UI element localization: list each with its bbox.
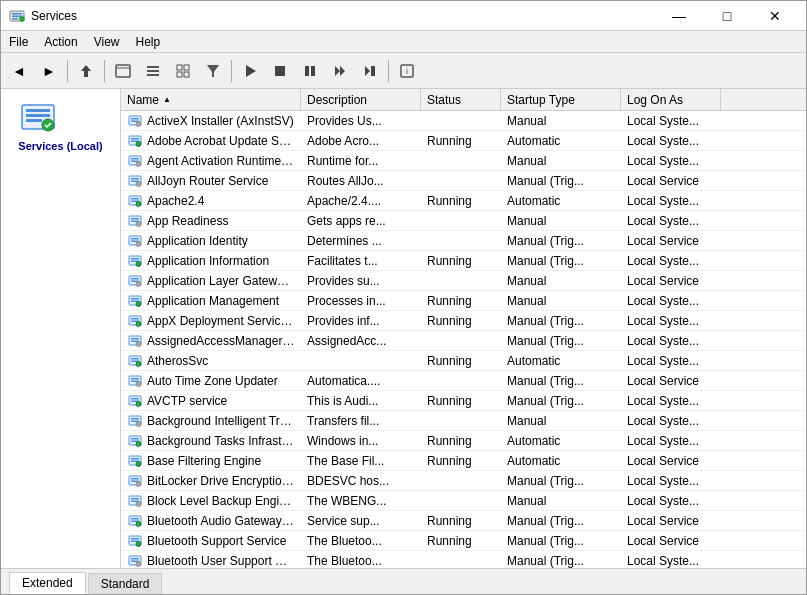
cell-startup: Automatic	[501, 451, 621, 470]
svg-rect-16	[305, 66, 309, 76]
svg-rect-106	[131, 498, 139, 500]
table-row[interactable]: Application Management Processes in... R…	[121, 291, 806, 311]
cell-status: Running	[421, 191, 501, 210]
cell-startup: Manual (Trig...	[501, 371, 621, 390]
menu-action[interactable]: Action	[36, 31, 85, 52]
cell-status: Running	[421, 251, 501, 270]
tab-extended[interactable]: Extended	[9, 572, 86, 594]
service-name: Bluetooth User Support Ser...	[147, 554, 295, 568]
cell-name: Application Identity	[121, 231, 301, 250]
table-row[interactable]: Block Level Backup Engine ... The WBENG.…	[121, 491, 806, 511]
cell-logon: Local Syste...	[621, 331, 721, 350]
cell-name: AppX Deployment Service (...	[121, 311, 301, 330]
cell-startup: Automatic	[501, 191, 621, 210]
cell-logon: Local Service	[621, 171, 721, 190]
table-row[interactable]: Application Layer Gateway ... Provides s…	[121, 271, 806, 291]
cell-startup: Manual	[501, 111, 621, 130]
col-header-name[interactable]: Name ▲	[121, 89, 301, 110]
forward-button[interactable]: ►	[35, 57, 63, 85]
cell-name: AllJoyn Router Service	[121, 171, 301, 190]
cell-name: Bluetooth Audio Gateway S...	[121, 511, 301, 530]
menu-file[interactable]: File	[1, 31, 36, 52]
svg-rect-66	[131, 298, 139, 300]
service-name: AllJoyn Router Service	[147, 174, 268, 188]
sidebar-services-local[interactable]: Services (Local)	[18, 97, 102, 152]
toolbar-separator-4	[388, 60, 389, 82]
table-row[interactable]: Background Tasks Infrastruc... Windows i…	[121, 431, 806, 451]
svg-rect-94	[131, 438, 139, 440]
service-icon	[127, 433, 143, 449]
table-row[interactable]: AppX Deployment Service (... Provides in…	[121, 311, 806, 331]
table-row[interactable]: ActiveX Installer (AxInstSV) Provides Us…	[121, 111, 806, 131]
cell-logon: Local Syste...	[621, 131, 721, 150]
table-row[interactable]: Bluetooth Support Service The Bluetoo...…	[121, 531, 806, 551]
minimize-button[interactable]: —	[656, 1, 702, 31]
service-name: Application Layer Gateway ...	[147, 274, 295, 288]
close-button[interactable]: ✕	[752, 1, 798, 31]
cell-description: Gets apps re...	[301, 211, 421, 230]
svg-point-100	[136, 461, 141, 466]
list-view-button[interactable]	[139, 57, 167, 85]
tab-standard[interactable]: Standard	[88, 573, 163, 594]
restart-button[interactable]	[356, 57, 384, 85]
table-row[interactable]: Background Intelligent Tran... Transfers…	[121, 411, 806, 431]
table-row[interactable]: Bluetooth User Support Ser... The Blueto…	[121, 551, 806, 568]
stop-button[interactable]	[266, 57, 294, 85]
cell-description: Routes AllJo...	[301, 171, 421, 190]
col-header-description[interactable]: Description	[301, 89, 421, 110]
svg-rect-7	[147, 70, 159, 72]
cell-description: Provides Us...	[301, 111, 421, 130]
table-row[interactable]: BitLocker Drive Encryption ... BDESVC ho…	[121, 471, 806, 491]
up-button[interactable]	[72, 57, 100, 85]
table-row[interactable]: Adobe Acrobat Update Serv... Adobe Acro.…	[121, 131, 806, 151]
service-icon	[127, 233, 143, 249]
pause-button[interactable]	[296, 57, 324, 85]
cell-status	[421, 491, 501, 510]
svg-rect-90	[131, 418, 139, 420]
cell-logon: Local Service	[621, 371, 721, 390]
service-icon	[127, 493, 143, 509]
svg-rect-114	[131, 538, 139, 540]
table-row[interactable]: AtherosSvc Running Automatic Local Syste…	[121, 351, 806, 371]
svg-point-116	[136, 541, 141, 546]
cell-description: The Base Fil...	[301, 451, 421, 470]
col-header-logon[interactable]: Log On As	[621, 89, 721, 110]
menu-view[interactable]: View	[86, 31, 128, 52]
cell-status	[421, 211, 501, 230]
show-hide-console[interactable]	[109, 57, 137, 85]
play-button[interactable]	[236, 57, 264, 85]
table-row[interactable]: AssignedAccessManager Se... AssignedAcc.…	[121, 331, 806, 351]
resume-button[interactable]	[326, 57, 354, 85]
table-row[interactable]: AllJoyn Router Service Routes AllJo... M…	[121, 171, 806, 191]
table-row[interactable]: Apache2.4 Apache/2.4.... Running Automat…	[121, 191, 806, 211]
col-header-status[interactable]: Status	[421, 89, 501, 110]
cell-logon: Local Syste...	[621, 351, 721, 370]
cell-status	[421, 151, 501, 170]
table-row[interactable]: App Readiness Gets apps re... Manual Loc…	[121, 211, 806, 231]
service-icon	[127, 553, 143, 569]
service-icon	[127, 513, 143, 529]
table-row[interactable]: Agent Activation Runtime_... Runtime for…	[121, 151, 806, 171]
cell-status: Running	[421, 451, 501, 470]
table-body[interactable]: ActiveX Installer (AxInstSV) Provides Us…	[121, 111, 806, 568]
filter-button[interactable]	[199, 57, 227, 85]
table-row[interactable]: AVCTP service This is Audi... Running Ma…	[121, 391, 806, 411]
menu-help[interactable]: Help	[128, 31, 169, 52]
table-row[interactable]: Auto Time Zone Updater Automatica.... Ma…	[121, 371, 806, 391]
back-button[interactable]: ◄	[5, 57, 33, 85]
svg-point-52	[136, 221, 141, 226]
table-row[interactable]: Application Information Facilitates t...…	[121, 251, 806, 271]
table-row[interactable]: Application Identity Determines ... Manu…	[121, 231, 806, 251]
svg-point-104	[136, 481, 141, 486]
sidebar-title[interactable]: Services (Local)	[18, 140, 102, 152]
svg-rect-17	[311, 66, 315, 76]
detail-view-button[interactable]	[169, 57, 197, 85]
svg-rect-42	[131, 178, 139, 180]
cell-description	[301, 351, 421, 370]
table-row[interactable]: Bluetooth Audio Gateway S... Service sup…	[121, 511, 806, 531]
col-header-startup[interactable]: Startup Type	[501, 89, 621, 110]
table-row[interactable]: Base Filtering Engine The Base Fil... Ru…	[121, 451, 806, 471]
maximize-button[interactable]: □	[704, 1, 750, 31]
cell-startup: Manual	[501, 211, 621, 230]
properties-button[interactable]: i	[393, 57, 421, 85]
